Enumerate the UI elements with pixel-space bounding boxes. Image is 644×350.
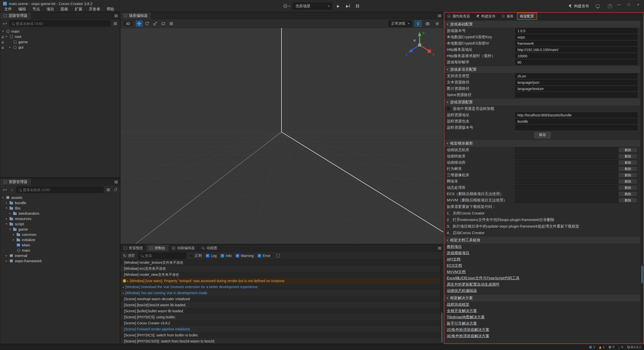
- move-tool-button[interactable]: [136, 20, 143, 27]
- clear-console-button[interactable]: 清空: [123, 253, 135, 258]
- close-button[interactable]: ×: [634, 1, 642, 8]
- property-input[interactable]: [517, 29, 635, 33]
- console-log-row[interactable]: [Scene] [box2d]:box2d wasm lib loaded.: [120, 302, 443, 308]
- log-expand-arrow-icon[interactable]: ▸: [123, 292, 124, 294]
- transform-gizmo-button[interactable]: [168, 20, 175, 27]
- hierarchy-node-row[interactable]: game: [0, 39, 120, 45]
- doc-link[interactable]: 原生包热更新配置自动生成插件: [447, 282, 500, 287]
- expand-arrow-icon[interactable]: ▸: [6, 259, 10, 262]
- solution-link[interactable]: 战棋游戏框架: [447, 302, 469, 307]
- section-header[interactable]: 框架模块裁剪: [444, 140, 640, 147]
- property-input[interactable]: [517, 48, 635, 52]
- scene-viewport[interactable]: Y X Z: [120, 28, 443, 244]
- console-log-row[interactable]: [Window] ecs文件夹不存在: [120, 266, 443, 272]
- play-button[interactable]: ▶: [335, 3, 342, 10]
- inspector-scrollbar-thumb[interactable]: [641, 266, 643, 283]
- step-button[interactable]: ▶: [344, 3, 351, 10]
- expand-arrow-icon[interactable]: ▾: [6, 222, 10, 226]
- expand-arrow-icon[interactable]: ▸: [13, 233, 17, 236]
- doc-link[interactable]: MVVM文档: [447, 270, 466, 274]
- property-input[interactable]: [517, 35, 635, 39]
- section-header[interactable]: 框架解决方案: [444, 295, 640, 301]
- asset-node-row[interactable]: ▸ initialize: [0, 237, 120, 242]
- console-filter-checkbox[interactable]: 正则: [190, 253, 202, 258]
- delete-module-button[interactable]: 删除: [618, 198, 637, 203]
- asset-node-row[interactable]: ▸ common: [0, 232, 120, 237]
- scene-light-toggle[interactable]: [415, 20, 422, 27]
- menu-item[interactable]: 节点: [29, 6, 43, 12]
- scale-tool-button[interactable]: [152, 20, 159, 27]
- download-count[interactable]: ↓ 0: [618, 345, 623, 349]
- rect-tool-button[interactable]: [160, 20, 167, 27]
- expand-arrow-icon[interactable]: ▾: [2, 196, 6, 199]
- log-expand-arrow-icon[interactable]: ▸: [127, 280, 129, 282]
- layout-button[interactable]: [354, 3, 361, 10]
- menu-item[interactable]: 项目: [43, 6, 57, 12]
- remote-load-checkbox[interactable]: [447, 107, 451, 111]
- help-button[interactable]: ?: [606, 3, 613, 10]
- console-search-input[interactable]: [145, 254, 184, 258]
- console-log-row[interactable]: [Scene] Cocos Creator v3.8.2: [120, 320, 443, 326]
- solution-link[interactable]: Tiledmap地图解决方案: [447, 315, 485, 320]
- asset-node-row[interactable]: Main: [0, 242, 120, 248]
- view-mode-dropdown[interactable]: 正常浏览: [388, 20, 412, 27]
- asset-node-row[interactable]: ▸ internal: [0, 253, 120, 258]
- section-header[interactable]: 游戏基础配置: [444, 21, 640, 28]
- console-tab[interactable]: 控制台: [146, 245, 169, 251]
- console-filter-checkbox[interactable]: Warning: [236, 254, 254, 258]
- scene-settings-button[interactable]: [434, 20, 441, 27]
- asset-node-row[interactable]: ▸ seedrandom: [0, 211, 120, 216]
- orientation-gizmo[interactable]: Y X Z: [400, 29, 438, 62]
- solution-link[interactable]: 2D角色扮演游戏解决方案: [447, 327, 489, 332]
- assets-tab[interactable]: 资源管理器: [0, 179, 31, 185]
- console-log-row[interactable]: [Scene] [PHYSICS]: switch from builtin t…: [120, 332, 443, 338]
- expand-arrow-icon[interactable]: ▾: [9, 228, 13, 231]
- assets-search-input[interactable]: [23, 188, 101, 192]
- doc-link[interactable]: 教程项目: [447, 244, 462, 249]
- console-tab[interactable]: 资源预览: [120, 245, 146, 251]
- property-input[interactable]: [517, 113, 635, 117]
- log-expand-arrow-icon[interactable]: ▸: [123, 286, 124, 288]
- delete-module-button[interactable]: 删除: [618, 160, 637, 165]
- menu-item[interactable]: 面板: [57, 6, 71, 12]
- console-log-row[interactable]: [Scene] [bullet]:bullet wasm lib loaded.: [120, 308, 443, 314]
- solution-link[interactable]: 新手引导解决方案: [447, 321, 477, 326]
- maximize-button[interactable]: □: [625, 1, 632, 8]
- inspector-tab[interactable]: 服务: [499, 13, 517, 20]
- section-header[interactable]: 框架文档工具链接: [444, 237, 640, 244]
- property-input[interactable]: [517, 93, 635, 97]
- doc-link[interactable]: ECS文档: [447, 263, 462, 268]
- asset-node-row[interactable]: main: [0, 248, 120, 253]
- console-filter-checkbox[interactable]: Error: [258, 254, 270, 258]
- hierarchy-filter-button[interactable]: [113, 21, 118, 27]
- scene-editor-tab[interactable]: 场景编辑器: [120, 12, 151, 19]
- inspector-tab[interactable]: 框架配置: [517, 13, 537, 20]
- hierarchy-node-row[interactable]: ▸ gui: [0, 45, 120, 50]
- delete-module-button[interactable]: 删除: [618, 173, 637, 178]
- assets-filter-button[interactable]: [106, 187, 111, 193]
- delete-module-button[interactable]: 删除: [618, 166, 637, 171]
- create-asset-button[interactable]: +: [2, 187, 7, 193]
- doc-link[interactable]: 游戏模板项目: [447, 251, 469, 255]
- property-input[interactable]: [517, 54, 635, 58]
- preview-target-button[interactable]: [283, 3, 290, 10]
- scene-camera-button[interactable]: [424, 20, 431, 27]
- console-tab[interactable]: 动画编辑器: [169, 245, 198, 251]
- panel-menu-button[interactable]: [114, 179, 118, 185]
- build-publish-button[interactable]: 构建发布: [568, 4, 589, 9]
- panel-menu-button[interactable]: [438, 245, 441, 251]
- delete-module-button[interactable]: 删除: [618, 154, 637, 159]
- create-node-button[interactable]: +: [2, 21, 7, 27]
- info-count[interactable]: 3: [589, 345, 595, 349]
- minimize-button[interactable]: —: [615, 1, 623, 8]
- asset-node-row[interactable]: ▸ resources: [0, 216, 120, 221]
- asset-node-row[interactable]: ▾ assets: [0, 195, 120, 200]
- property-input[interactable]: [517, 41, 635, 46]
- inspector-tab[interactable]: 属性检查器: [444, 13, 473, 20]
- asset-node-row[interactable]: ▾ script: [0, 221, 120, 227]
- expand-arrow-icon[interactable]: ▸: [6, 201, 10, 204]
- expand-arrow-icon[interactable]: ▸: [6, 254, 10, 257]
- expand-arrow-icon[interactable]: ▸: [9, 46, 13, 49]
- panel-menu-button[interactable]: [438, 12, 441, 19]
- hierarchy-node-row[interactable]: ▾ root: [0, 34, 120, 39]
